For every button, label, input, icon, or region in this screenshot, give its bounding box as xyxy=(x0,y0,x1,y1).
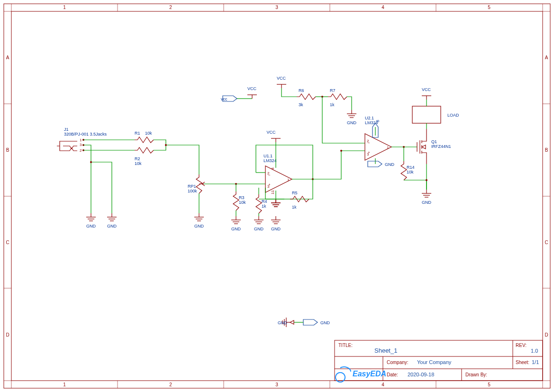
vcc-u1: VCC xyxy=(266,130,276,135)
row-b-left: B xyxy=(6,147,9,153)
svg-text:8: 8 xyxy=(375,120,380,122)
logo-text: EasyEDA xyxy=(353,370,386,378)
rev-label: REV: xyxy=(516,343,527,348)
svg-text:4: 4 xyxy=(271,167,275,170)
col-1-bot: 1 xyxy=(63,382,66,387)
resistor-r7: R7 1k xyxy=(328,88,347,107)
u2-gnd-port: GND xyxy=(368,158,395,167)
vcc-netlabel: vcc VCC xyxy=(221,86,257,101)
rp1-val: 100k xyxy=(188,189,197,193)
svg-text:1: 1 xyxy=(387,146,389,150)
resistor-r6: R6 3k xyxy=(297,88,316,107)
gnd-port-text: GND xyxy=(320,320,330,325)
row-c-right: C xyxy=(545,240,548,245)
r5-val: 1k xyxy=(292,205,297,210)
gnd-q1: GND xyxy=(422,200,432,205)
resistor-r2: R2 10k xyxy=(135,147,154,166)
r2-ref: R2 xyxy=(135,156,140,161)
r4-val: 1k xyxy=(262,204,266,209)
u1-ref: U1.1 xyxy=(263,154,272,158)
col-5-top: 5 xyxy=(488,5,490,10)
title-label: TITLE: xyxy=(338,343,353,348)
svg-text:11: 11 xyxy=(271,190,275,194)
col-1-top: 1 xyxy=(63,5,66,10)
r3-val: 10k xyxy=(239,200,246,205)
col-2-top: 2 xyxy=(169,5,172,10)
opamp-u1: U1.1 LM324 2 3 1 4 11 − + xyxy=(263,154,292,194)
row-d-left: D xyxy=(6,332,9,337)
mosfet-q1: Q1 IRFZ44N1 xyxy=(417,129,451,164)
row-c-left: C xyxy=(6,240,9,245)
sheet-value: 1/1 xyxy=(532,359,539,365)
j1-pin1: 1 xyxy=(80,138,82,142)
col-4-top: 4 xyxy=(381,5,384,10)
gnd-sym-text: GND xyxy=(278,320,288,325)
gnd-j1a: GND xyxy=(86,224,96,228)
resistor-r5: R5 1k xyxy=(259,179,313,210)
rev-value: 1.0 xyxy=(531,348,538,354)
r7-ref: R7 xyxy=(330,88,336,93)
u2-gnd-lbl: GND xyxy=(385,162,395,167)
j1-pin3: 3 xyxy=(80,143,82,147)
j1-pin2: 2 xyxy=(80,148,82,153)
vcc-bar-text: VCC xyxy=(247,86,257,91)
pot-rp1: RP1 100k xyxy=(188,174,223,193)
vcc-top: VCC xyxy=(277,76,286,81)
row-b-right: B xyxy=(545,147,548,153)
r1-val: 10k xyxy=(145,131,152,136)
svg-text:1: 1 xyxy=(287,178,290,182)
company-value: Your Company xyxy=(417,359,452,365)
r5-ref: R5 xyxy=(292,191,298,195)
load-block: LOAD VCC xyxy=(412,87,459,129)
svg-point-34 xyxy=(165,144,167,146)
col-5-bot: 5 xyxy=(488,382,490,387)
load-label: LOAD xyxy=(447,113,459,118)
col-3-bot: 3 xyxy=(275,382,278,387)
col-4-bot: 4 xyxy=(381,382,384,387)
svg-text:+: + xyxy=(268,182,271,187)
sheet-frame: 1 2 3 4 5 1 2 3 4 5 A B C D A B C D xyxy=(4,4,550,388)
resistor-r3: R3 10k xyxy=(233,191,246,210)
r6-ref: R6 xyxy=(299,88,304,93)
drawn-label: Drawn By: xyxy=(465,372,487,377)
q1-ref: Q1 xyxy=(431,139,437,144)
easyeda-logo: EasyEDA xyxy=(336,367,386,382)
vcc-port-text: vcc xyxy=(221,97,227,101)
r14-val: 10k xyxy=(407,170,414,174)
svg-text:+: + xyxy=(368,150,370,155)
sheet-label: Sheet: xyxy=(516,360,529,365)
circuit: J1 320B/PJ-001 3.5Jacks 1 3 2 GND GND R1… xyxy=(57,76,459,327)
u1-val: LM324 xyxy=(263,158,277,163)
svg-rect-60 xyxy=(412,106,441,123)
company-label: Company: xyxy=(387,360,409,365)
vcc-load: VCC xyxy=(422,87,431,92)
svg-point-46 xyxy=(340,150,342,152)
gnd-rp1: GND xyxy=(194,224,204,228)
resistor-r1: R1 10k xyxy=(135,131,154,143)
j1-val: 320B/PJ-001 3.5Jacks xyxy=(64,132,107,137)
r6-val: 3k xyxy=(299,102,303,107)
resistor-r4: R4 1k GND xyxy=(254,188,267,231)
r14-ref: R14 xyxy=(407,165,415,170)
title-block: TITLE: Sheet_1 REV: 1.0 Company: Your Co… xyxy=(335,340,543,382)
row-a-left: A xyxy=(6,55,9,60)
rp1-ref: RP1 xyxy=(188,184,196,189)
gnd-r4: GND xyxy=(254,227,264,231)
svg-point-33 xyxy=(90,161,92,163)
svg-text:−: − xyxy=(268,173,271,177)
r2-val: 10k xyxy=(135,161,142,166)
col-2-bot: 2 xyxy=(169,382,172,387)
r1-ref: R1 xyxy=(135,131,140,136)
gnd-u1: GND xyxy=(271,227,281,231)
row-a-right: A xyxy=(545,55,548,60)
q1-val: IRFZ44N1 xyxy=(431,144,451,149)
schematic-sheet: 1 2 3 4 5 1 2 3 4 5 A B C D A B C D xyxy=(0,0,554,392)
svg-rect-0 xyxy=(4,4,550,388)
r4-ref: R4 xyxy=(262,199,267,204)
gnd-netlabel: GND GND xyxy=(278,318,330,327)
svg-point-59 xyxy=(426,179,427,181)
title-value: Sheet_1 xyxy=(374,347,397,354)
r3-ref: R3 xyxy=(239,195,245,200)
gnd-r3: GND xyxy=(231,227,241,231)
gnd-r7: GND xyxy=(347,120,357,125)
